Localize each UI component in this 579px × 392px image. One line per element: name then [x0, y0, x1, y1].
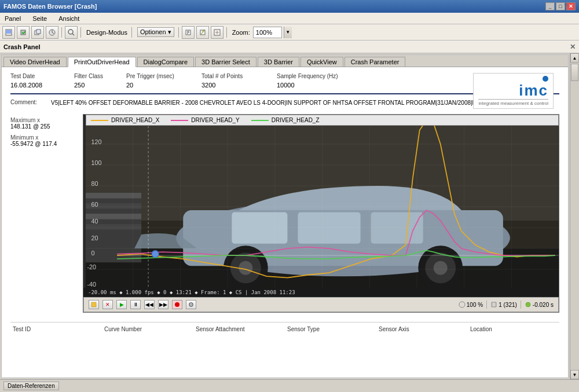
stats-area: Maximum x 148.131 @ 255 Minimum x -55.94… — [10, 117, 80, 147]
zoom-label: Zoom: — [232, 29, 250, 36]
toolbar: Design-Modus Optionen ▾ Zoom: 100% ▼ — [0, 24, 579, 41]
panel-close-button[interactable]: ✕ — [570, 43, 576, 51]
status-item-daten[interactable]: Daten-Referenzen — [3, 382, 59, 390]
toolbar-btn-1[interactable] — [2, 26, 15, 39]
toolbar-btn-8[interactable] — [211, 26, 223, 39]
tab-3d-barrier[interactable]: 3D Barrier — [258, 57, 299, 67]
legend-label-x: DRIVER_HEAD_X — [111, 117, 159, 123]
zoom-dropdown-arrow[interactable]: ▼ — [284, 27, 292, 38]
svg-text:120: 120 — [91, 138, 102, 145]
legend-line-x — [91, 120, 108, 121]
svg-rect-1 — [6, 30, 11, 34]
minimize-button[interactable]: _ — [545, 2, 555, 10]
status-bar: Daten-Referenzen — [0, 379, 579, 392]
scrollbar[interactable]: ▲ ▼ — [570, 53, 579, 379]
vc-record-btn[interactable] — [172, 300, 182, 309]
svg-text:0: 0 — [91, 250, 95, 257]
legend-label-y: DRIVER_HEAD_Y — [191, 117, 239, 123]
scroll-up-button[interactable]: ▲ — [570, 53, 579, 63]
menu-ansicht[interactable]: Ansicht — [56, 14, 82, 23]
col-pretrigger: Pre Trigger (msec) — [126, 73, 201, 79]
vc-time: -0.020 s — [525, 301, 554, 308]
comment-label: Comment: — [10, 99, 51, 107]
svg-text:60: 60 — [91, 201, 98, 208]
scroll-track[interactable] — [570, 63, 579, 370]
vc-sep2 — [521, 301, 521, 309]
panel-header: Crash Panel ✕ — [0, 41, 579, 53]
tab-crash-parameter[interactable]: Crash Parameter — [345, 57, 406, 67]
toolbar-btn-7[interactable] — [196, 26, 209, 39]
toolbar-btn-4[interactable] — [46, 26, 58, 39]
col-sample-freq: Sample Frequency (Hz) — [277, 73, 364, 79]
vc-prev-frame[interactable]: ◀◀ — [144, 300, 155, 309]
vc-stop-btn[interactable]: ✕ — [102, 300, 113, 309]
imc-dot — [543, 76, 548, 82]
min-value: -55.9472 @ 117.4 — [10, 141, 80, 147]
toolbar-separator-2 — [80, 27, 81, 38]
svg-text:40: 40 — [91, 218, 98, 225]
chart-timebar: -20.00 ms ◆ 1.000 fps ◆ 0 ◆ 13:21 ◆ Fram… — [83, 288, 559, 297]
footer-col-location: Location — [468, 325, 559, 334]
tab-video-driverhead[interactable]: Video DriverHead — [3, 57, 67, 67]
zoom-dropdown[interactable]: 100% — [253, 27, 282, 38]
toolbar-separator-3 — [131, 27, 132, 38]
toolbar-btn-2[interactable] — [17, 26, 30, 39]
svg-text:-20: -20 — [87, 263, 96, 270]
crash-photo-svg: 140 120 100 80 60 40 20 0 -20 -40 G'S — [86, 126, 559, 288]
scroll-thumb[interactable] — [571, 64, 578, 81]
svg-point-68 — [175, 302, 179, 307]
svg-rect-22 — [298, 213, 360, 244]
legend-line-y — [171, 120, 188, 121]
window-title: FAMOS Daten Browser [Crash] — [3, 3, 97, 10]
max-label: Maximum x — [10, 117, 80, 123]
main-content: Video DriverHead PrintOutDriverHead Dial… — [0, 53, 579, 379]
footer-col-sensoraxis: Sensor Axis — [376, 325, 468, 334]
val-total-points: 3200 — [201, 82, 277, 89]
vc-pause-btn[interactable]: ⏸ — [130, 300, 141, 309]
chart-area: 140 120 100 80 60 40 20 0 -20 -40 G'S — [86, 126, 559, 288]
svg-text:80: 80 — [91, 180, 98, 187]
vc-settings-btn[interactable] — [186, 300, 196, 309]
video-controls: ✕ ▶ ⏸ ◀◀ ▶▶ 100 — [83, 297, 559, 312]
footer-col-sensortype: Sensor Type — [285, 325, 376, 334]
val-sample-freq: 10000 — [277, 82, 364, 89]
chart-container: DRIVER_HEAD_X DRIVER_HEAD_Y DRIVER_HEAD_… — [83, 114, 559, 313]
toolbar-separator-5 — [226, 27, 227, 38]
tab-printout-driverhead[interactable]: PrintOutDriverHead — [68, 57, 136, 67]
legend-y: DRIVER_HEAD_Y — [171, 117, 239, 123]
imc-brand: imc — [478, 83, 548, 98]
close-button[interactable]: ✕ — [566, 2, 576, 10]
toolbar-separator-4 — [178, 27, 179, 38]
vc-frames-value: 1 (321) — [499, 302, 517, 308]
zoom-value: 100% — [256, 29, 272, 36]
scroll-down-button[interactable]: ▼ — [570, 370, 579, 379]
tab-dialogcompare[interactable]: DialogCompare — [137, 57, 194, 67]
vc-percent: 100 % — [459, 301, 483, 308]
toolbar-btn-5[interactable] — [65, 26, 78, 39]
chart-section: Maximum x 148.131 @ 255 Minimum x -55.94… — [10, 114, 559, 313]
tab-bar: Video DriverHead PrintOutDriverHead Dial… — [2, 55, 568, 67]
toolbar-btn-3[interactable] — [31, 26, 44, 39]
help-button[interactable]: ? — [564, 2, 567, 9]
vc-next-frame[interactable]: ▶▶ — [158, 300, 168, 309]
val-test-date: 16.08.2008 — [10, 82, 74, 89]
menu-panel[interactable]: Panel — [2, 14, 23, 23]
legend-line-z — [251, 120, 269, 121]
tab-quickview[interactable]: QuickView — [301, 57, 343, 67]
title-bar: FAMOS Daten Browser [Crash] _ □ ✕ — [0, 0, 579, 13]
menu-seite[interactable]: Seite — [30, 14, 49, 23]
legend-label-z: DRIVER_HEAD_Z — [272, 117, 320, 123]
window-controls[interactable]: _ □ ✕ — [545, 2, 576, 10]
svg-rect-21 — [232, 213, 287, 244]
options-button[interactable]: Optionen ▾ — [137, 27, 174, 37]
vc-open-btn[interactable] — [89, 300, 99, 309]
svg-point-29 — [434, 261, 448, 275]
toolbar-btn-6[interactable] — [182, 26, 195, 39]
panel-content: Test Date Filter Class Pre Trigger (msec… — [2, 67, 568, 378]
vc-play-btn[interactable]: ▶ — [116, 300, 127, 309]
svg-text:100: 100 — [91, 159, 102, 166]
tab-3d-barrier-select[interactable]: 3D Barrier Select — [195, 57, 256, 67]
footer-col-testid: Test ID — [10, 325, 102, 334]
col-test-date: Test Date — [10, 73, 74, 79]
svg-point-66 — [152, 251, 159, 258]
